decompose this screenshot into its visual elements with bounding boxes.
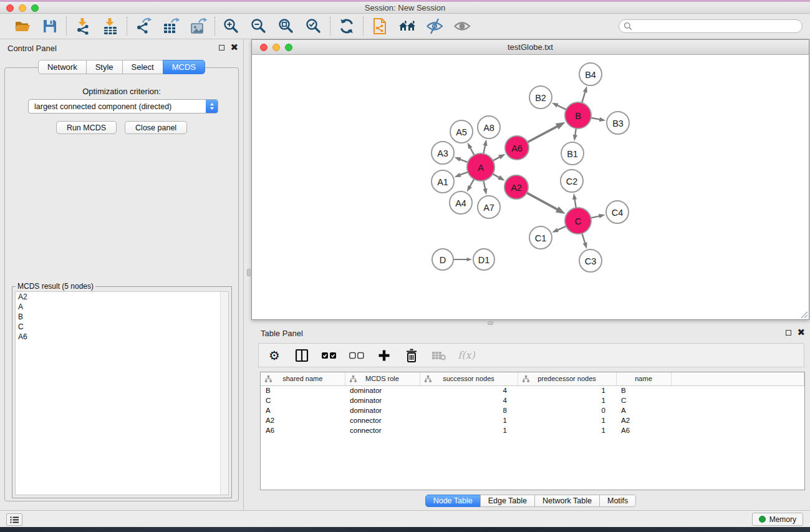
memory-button[interactable]: Memory [752, 513, 803, 526]
export-table-icon[interactable] [162, 17, 180, 35]
table-row[interactable]: Adominator80A [261, 405, 804, 415]
hide-selected-icon[interactable] [426, 17, 443, 35]
mcds-result-item[interactable]: B [16, 312, 228, 322]
graph-edge-A-A8[interactable] [483, 140, 488, 155]
select-all-columns-icon[interactable] [321, 347, 337, 364]
graph-node-A8[interactable]: A8 [478, 116, 500, 138]
graph-node-B1[interactable]: B1 [561, 142, 584, 165]
tab-select[interactable]: Select [122, 60, 163, 74]
tab-network-table[interactable]: Network Table [534, 495, 600, 507]
column-header-predecessor-nodes[interactable]: predecessor nodes [518, 372, 616, 385]
graph-edge-A-A6[interactable] [492, 154, 506, 162]
close-panel-button[interactable]: Close panel [125, 121, 187, 134]
open-session-icon[interactable] [14, 17, 31, 35]
zoom-fit-icon[interactable] [277, 17, 295, 35]
graph-edge-A-A3[interactable] [455, 157, 470, 163]
graph-node-A4[interactable]: A4 [450, 191, 472, 214]
graph-edge-A6-B[interactable] [526, 122, 566, 143]
network-canvas[interactable]: AA1A2A3A4A5A6A7A8BB1B2B3B4CC1C2C3C4DD1 [252, 55, 809, 319]
table-row[interactable]: Bdominator41B [261, 385, 804, 395]
float-panel-icon[interactable] [219, 45, 224, 51]
graph-node-C1[interactable]: C1 [529, 226, 552, 249]
graph-node-A5[interactable]: A5 [450, 120, 473, 143]
close-panel-icon[interactable]: ✖ [230, 44, 238, 51]
zoom-out-icon[interactable] [250, 17, 268, 35]
resize-grip-icon[interactable] [799, 310, 808, 319]
add-column-icon[interactable] [376, 347, 392, 364]
graph-edge-B-B4[interactable] [582, 86, 587, 104]
graph-node-A7[interactable]: A7 [478, 196, 500, 218]
import-network-icon[interactable] [74, 17, 92, 35]
graph-node-D1[interactable]: D1 [473, 249, 494, 270]
network-window-titlebar[interactable]: testGlobe.txt [252, 40, 809, 55]
table-row[interactable]: A2connector11A2 [261, 415, 804, 425]
tab-edge-table[interactable]: Edge Table [480, 495, 535, 507]
delete-column-icon[interactable] [403, 347, 420, 364]
graph-node-B2[interactable]: B2 [529, 86, 552, 109]
graph-edge-C-C4[interactable] [590, 214, 605, 218]
column-header-successor-nodes[interactable]: successor nodes [420, 372, 518, 385]
graph-node-B3[interactable]: B3 [607, 112, 629, 134]
graph-node-C4[interactable]: C4 [606, 201, 629, 223]
node-table[interactable]: shared nameMCDS rolesuccessor nodesprede… [260, 372, 805, 490]
graph-node-A6[interactable]: A6 [505, 136, 529, 160]
zoom-in-icon[interactable] [223, 17, 240, 35]
column-header-shared-name[interactable]: shared name [261, 372, 345, 385]
table-row[interactable]: A6connector11A6 [261, 425, 804, 435]
graph-edge-B-B2[interactable] [552, 103, 567, 110]
refresh-icon[interactable] [338, 17, 355, 35]
deselect-all-columns-icon[interactable] [349, 347, 365, 364]
graph-node-A3[interactable]: A3 [432, 142, 454, 164]
search-input[interactable] [619, 19, 803, 33]
graph-node-C[interactable]: C [565, 208, 591, 234]
first-neighbors-icon[interactable] [398, 17, 416, 35]
graph-edge-D-D1[interactable] [452, 258, 472, 261]
table-settings-icon[interactable]: ⚙ [266, 347, 282, 364]
zoom-selected-icon[interactable] [305, 17, 322, 35]
graph-edge-A-A7[interactable] [483, 180, 488, 195]
tab-node-table[interactable]: Node Table [425, 495, 481, 507]
graph-edge-C-C3[interactable] [582, 232, 587, 249]
vertical-splitter-handle[interactable] [247, 269, 251, 276]
tab-motifs[interactable]: Motifs [599, 495, 636, 507]
show-all-icon[interactable] [453, 17, 471, 35]
export-image-icon[interactable] [190, 17, 207, 35]
network-from-selection-icon[interactable] [371, 17, 388, 35]
graph-edge-A2-C[interactable] [526, 192, 566, 214]
mcds-result-item[interactable]: C [16, 322, 228, 332]
graph-edge-B-B1[interactable] [573, 127, 577, 141]
run-mcds-button[interactable]: Run MCDS [56, 121, 117, 134]
mcds-result-item[interactable]: A [16, 302, 228, 312]
graph-edge-B-B3[interactable] [590, 117, 606, 122]
export-network-icon[interactable] [135, 17, 152, 35]
graph-edge-C-C2[interactable] [572, 193, 577, 209]
graph-edge-A-A1[interactable] [455, 172, 470, 177]
column-header-name[interactable]: name [616, 372, 671, 385]
graph-edge-C-C1[interactable] [552, 226, 567, 233]
mcds-result-item[interactable]: A6 [16, 332, 228, 342]
graph-node-A[interactable]: A [467, 153, 494, 181]
horizontal-splitter-handle[interactable] [488, 321, 493, 325]
result-scrollbar[interactable] [220, 292, 228, 495]
task-history-button[interactable] [6, 513, 22, 526]
graph-node-B[interactable]: B [565, 102, 591, 128]
tab-mcds[interactable]: MCDS [163, 60, 205, 74]
float-table-panel-icon[interactable] [786, 330, 791, 336]
split-columns-icon[interactable] [294, 347, 310, 364]
save-session-icon[interactable] [41, 17, 59, 35]
import-table-icon[interactable] [102, 17, 119, 35]
mcds-result-item[interactable]: A2 [16, 292, 228, 302]
graph-node-B4[interactable]: B4 [579, 63, 602, 85]
close-table-panel-icon[interactable]: ✖ [797, 329, 805, 336]
graph-node-C3[interactable]: C3 [579, 249, 602, 272]
graph-edge-A-A5[interactable] [468, 143, 475, 157]
tab-style[interactable]: Style [86, 60, 123, 74]
graph-node-C2[interactable]: C2 [561, 170, 583, 192]
tab-network[interactable]: Network [38, 60, 87, 74]
graph-edge-A-A2[interactable] [491, 173, 504, 181]
graph-edge-A-A4[interactable] [467, 178, 475, 191]
graph-node-A1[interactable]: A1 [432, 170, 454, 193]
table-row[interactable]: Cdominator41C [261, 395, 804, 405]
criterion-select[interactable]: largest connected component (directed) [28, 99, 218, 114]
column-header-MCDS-role[interactable]: MCDS role [345, 372, 420, 385]
